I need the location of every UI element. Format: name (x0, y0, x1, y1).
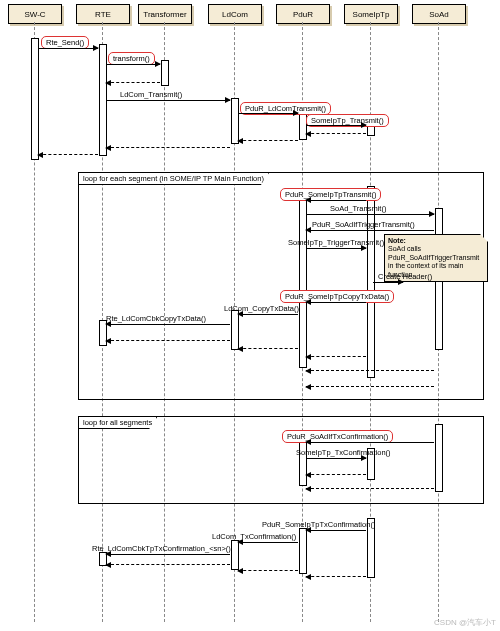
sequence-diagram: SW-C RTE Transformer LdCom PduR SomeIpTp… (0, 0, 500, 631)
act-pdur-b (299, 528, 307, 574)
lifeline-header-rte: RTE (76, 4, 130, 24)
watermark: CSDN @汽车小T (434, 617, 496, 628)
msg-create-header: Create Header() (378, 272, 432, 281)
msg-pdur-sipconf: PduR_SomeIpTpTxConfirmation() (262, 520, 375, 529)
msg-rte-txconf: Rte_LdComCbkTpTxConfirmation_<sn>() (92, 544, 231, 553)
msg-rte-copy: Rte_LdComCbkCopyTxData() (106, 314, 206, 323)
lifeline-header-someiptp: SomeIpTp (344, 4, 398, 24)
msg-pdur-trigger: PduR_SoAdIfTriggerTransmit() (312, 220, 415, 229)
msg-ldcom-transmit: LdCom_Transmit() (120, 90, 182, 99)
frame-label-2: loop for all segments (79, 417, 157, 429)
lifeline-header-soad: SoAd (412, 4, 466, 24)
lifeline-header-pdur: PduR (276, 4, 330, 24)
msg-ldcom-copy: LdCom_CopyTxData() (224, 304, 299, 313)
lifeline-header-swc: SW-C (8, 4, 62, 24)
frame-label: loop for each segment (in SOME/IP TP Mai… (79, 173, 269, 185)
msg-sip-txconf: SomeIpTp_TxConfirmation() (296, 448, 391, 457)
msg-sip-trigger: SomeIpTp_TriggerTransmit() (288, 238, 384, 247)
lifeline-header-ldcom: LdCom (208, 4, 262, 24)
frame-loop-segments: loop for each segment (in SOME/IP TP Mai… (78, 172, 484, 400)
msg-ldcom-txconf: LdCom_TxConfirmation() (212, 532, 296, 541)
lifeline-header-transformer: Transformer (138, 4, 192, 24)
frame-loop-all: loop for all segments (78, 416, 484, 504)
msg-soad-tx: SoAd_Transmit() (330, 204, 386, 213)
act-swc (31, 38, 39, 160)
act-trans (161, 60, 169, 86)
